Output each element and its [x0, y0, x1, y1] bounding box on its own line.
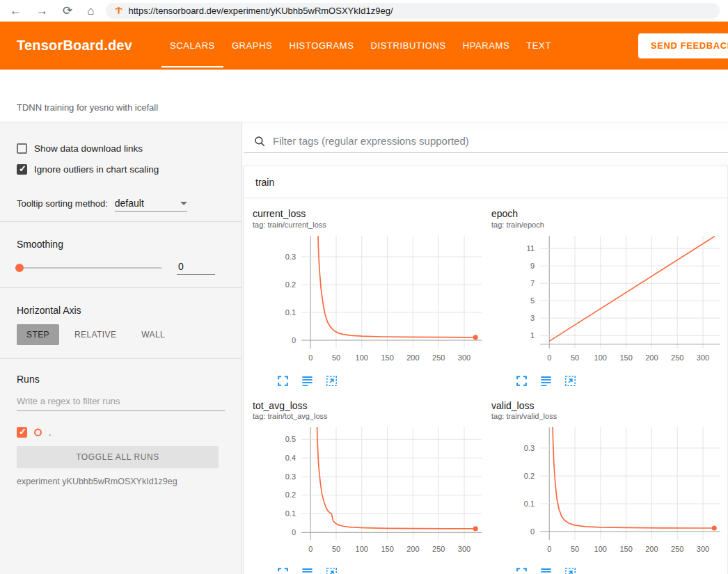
svg-text:9: 9 [530, 261, 535, 269]
fit-domain-icon[interactable] [564, 566, 577, 574]
checkbox-label: Ignore outliers in chart scaling [34, 164, 159, 175]
tensorboard-favicon-icon [114, 6, 123, 15]
chart-card-epoch: epochtag: train/epoch0501001502002503001… [491, 208, 726, 389]
slider-thumb[interactable] [15, 264, 24, 272]
tot_avg_loss-line-chart[interactable]: 05010015020025030000.10.20.30.40.5 [253, 423, 487, 559]
svg-text:0: 0 [292, 335, 296, 344]
svg-text:0: 0 [530, 527, 535, 536]
wall-axis-button[interactable]: WALL [132, 324, 175, 345]
tab-text[interactable]: TEXT [518, 22, 560, 70]
tab-distributions[interactable]: DISTRIBUTIONS [363, 22, 454, 70]
reload-icon[interactable]: ⟳ [63, 5, 72, 17]
back-icon[interactable]: ← [10, 5, 22, 17]
svg-text:300: 300 [697, 353, 709, 362]
svg-text:11: 11 [527, 244, 535, 252]
divider [0, 358, 242, 359]
chart-title: epoch [491, 208, 726, 221]
svg-text:250: 250 [432, 353, 445, 362]
current_loss-line-chart[interactable]: 05010015020025030000.10.20.3 [253, 232, 487, 368]
svg-text:0.1: 0.1 [524, 500, 535, 508]
chart-tag: tag: train/epoch [491, 221, 726, 229]
svg-text:50: 50 [571, 545, 579, 553]
divider [0, 221, 242, 222]
run-checkbox-checked-icon[interactable] [17, 427, 27, 438]
chart-title: tot_avg_loss [253, 400, 487, 413]
fit-domain-icon[interactable] [325, 374, 338, 388]
chart-card-tot_avg_loss: tot_avg_losstag: train/tot_avg_loss05010… [253, 400, 487, 574]
chevron-down-icon [180, 202, 187, 205]
url-text: https://tensorboard.dev/experiment/yKUbh… [129, 6, 393, 16]
data-lines-icon[interactable] [301, 374, 314, 388]
svg-text:5: 5 [530, 296, 535, 304]
svg-text:50: 50 [332, 353, 340, 362]
ignore-outliers-checkbox[interactable]: Ignore outliers in chart scaling [17, 161, 225, 177]
smoothing-value-input[interactable]: 0 [177, 261, 215, 275]
filter-tags-input[interactable] [273, 135, 718, 147]
svg-text:0: 0 [547, 545, 551, 553]
horizontal-axis-label: Horizontal Axis [17, 305, 225, 316]
svg-text:0.3: 0.3 [285, 252, 296, 260]
svg-text:0.3: 0.3 [285, 472, 296, 481]
nav-tabs: SCALARS GRAPHS HISTOGRAMS DISTRIBUTIONS … [161, 22, 560, 70]
svg-text:250: 250 [671, 353, 683, 362]
svg-text:0.3: 0.3 [524, 444, 535, 452]
svg-text:100: 100 [356, 545, 368, 553]
address-bar[interactable]: https://tensorboard.dev/experiment/yKUbh… [106, 3, 720, 19]
tab-histograms[interactable]: HISTOGRAMS [280, 22, 362, 70]
app-header: TensorBoard.dev SCALARS GRAPHS HISTOGRAM… [0, 22, 728, 70]
svg-text:7: 7 [530, 278, 535, 287]
smoothing-slider[interactable] [17, 267, 161, 269]
chart-toolbar [276, 565, 487, 574]
chart-tag: tag: train/current_loss [253, 221, 487, 229]
expand-chart-icon[interactable] [276, 374, 290, 388]
svg-text:0: 0 [308, 545, 312, 553]
toggle-all-runs-button[interactable]: TOGGLE ALL RUNS [17, 446, 219, 468]
svg-text:0.2: 0.2 [285, 280, 296, 288]
expand-chart-icon[interactable] [515, 374, 528, 388]
runs-filter-input[interactable] [17, 393, 225, 411]
search-icon [253, 135, 266, 148]
tab-hparams[interactable]: HPARAMS [454, 22, 519, 70]
data-lines-icon[interactable] [539, 566, 553, 574]
browser-toolbar: ← → ⟳ ⌂ https://tensorboard.dev/experime… [0, 0, 728, 22]
expand-chart-icon[interactable] [276, 566, 290, 574]
chart-card-current_loss: current_losstag: train/current_loss05010… [253, 208, 487, 389]
show-download-links-checkbox[interactable]: Show data download links [17, 141, 225, 156]
svg-text:100: 100 [356, 353, 368, 362]
data-lines-icon[interactable] [301, 566, 314, 574]
tooltip-sorting-dropdown[interactable]: default [115, 198, 187, 212]
fit-domain-icon[interactable] [564, 374, 577, 388]
runs-label: Runs [17, 374, 225, 385]
svg-text:100: 100 [594, 545, 607, 553]
svg-text:200: 200 [406, 353, 419, 362]
tab-graphs[interactable]: GRAPHS [223, 22, 281, 70]
epoch-line-chart[interactable]: 0501001502002503001357911 [491, 232, 726, 368]
chart-tag: tag: train/tot_avg_loss [253, 412, 487, 420]
checkbox-checked-icon [17, 164, 27, 175]
svg-text:250: 250 [671, 545, 683, 553]
svg-text:0.4: 0.4 [285, 454, 296, 462]
svg-text:300: 300 [697, 545, 709, 553]
valid_loss-line-chart[interactable]: 05010015020025030000.10.20.3 [491, 423, 726, 559]
home-icon[interactable]: ⌂ [87, 5, 94, 17]
send-feedback-button[interactable]: SEND FEEDBACK [638, 33, 728, 58]
chart-toolbar [515, 374, 726, 389]
svg-text:0.2: 0.2 [524, 472, 535, 480]
data-lines-icon[interactable] [539, 374, 553, 388]
svg-text:150: 150 [619, 545, 632, 553]
step-axis-button[interactable]: STEP [17, 324, 59, 345]
run-list-item[interactable]: . [17, 425, 225, 439]
forward-icon[interactable]: → [36, 5, 48, 17]
train-group-header[interactable]: train [244, 166, 727, 198]
tab-scalars[interactable]: SCALARS [161, 22, 223, 70]
svg-text:150: 150 [619, 353, 632, 362]
svg-text:50: 50 [332, 545, 340, 553]
relative-axis-button[interactable]: RELATIVE [65, 324, 126, 345]
run-color-swatch-icon [34, 429, 42, 436]
chart-tag: tag: train/valid_loss [491, 412, 726, 420]
svg-text:200: 200 [645, 353, 658, 362]
svg-text:0.2: 0.2 [285, 491, 296, 499]
expand-chart-icon[interactable] [515, 566, 528, 574]
fit-domain-icon[interactable] [325, 566, 338, 574]
svg-text:300: 300 [458, 545, 470, 553]
